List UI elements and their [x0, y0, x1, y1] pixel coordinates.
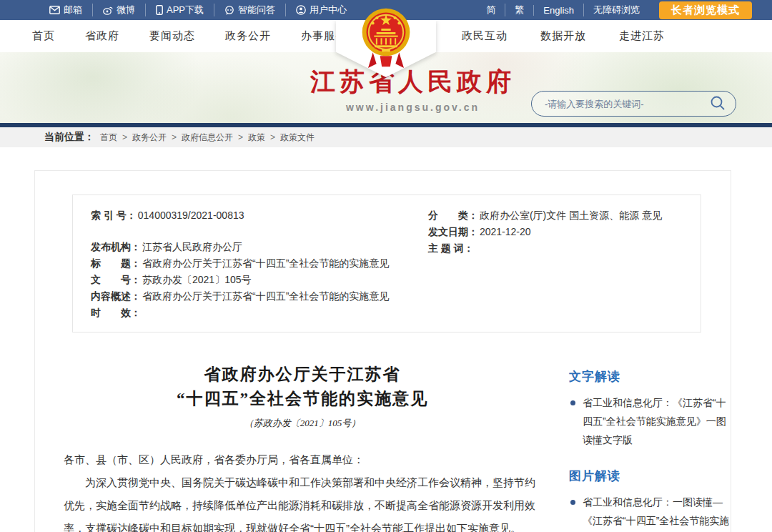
document-title-line2: “十四五”全社会节能的实施意见: [64, 387, 541, 411]
meta-label: 标 题：: [91, 255, 141, 272]
weibo-icon: [103, 6, 113, 15]
meta-value: 省政府办公厅关于江苏省“十四五”全社会节能的实施意见: [142, 255, 389, 272]
content-card: 索 引 号： 014000319/2021-00813 发布机构： 江苏省人民政…: [34, 170, 731, 532]
national-emblem-icon: [356, 4, 416, 75]
accessibility-link[interactable]: 无障碍浏览: [583, 4, 649, 16]
breadcrumb-gov-affairs[interactable]: 政务公开: [132, 132, 167, 144]
salutation-paragraph: 各市、县（市、区）人民政府，省各委办厅局，省各直属单位：: [64, 448, 541, 471]
nav-interaction[interactable]: 政民互动: [462, 29, 508, 43]
meta-label: 分 类：: [428, 207, 478, 224]
text-interpretation-section: 文字解读 省工业和信息化厅：《江苏省“十四五”全社会节能实施意见》一图读懂文字版: [569, 368, 733, 449]
nav-right-group: 政民互动 数据开放 走进江苏: [429, 29, 665, 43]
meta-value: 省政府办公厅关于江苏省“十四五”全社会节能的实施意见: [142, 288, 389, 305]
search-button[interactable]: [710, 95, 736, 113]
meta-left-column: 索 引 号： 014000319/2021-00813 发布机构： 江苏省人民政…: [91, 207, 428, 321]
breadcrumb-policy[interactable]: 政策: [248, 132, 265, 144]
nav-about-jiangsu[interactable]: 走进江苏: [619, 29, 665, 43]
intro-paragraph: 为深入贯彻党中央、国务院关于碳达峰碳中和工作决策部署和中央经济工作会议精神，坚持…: [64, 471, 541, 532]
meta-value: 2021-12-20: [480, 224, 531, 240]
bullet-icon: [570, 400, 575, 405]
meta-row-title: 标 题： 省政府办公厅关于江苏省“十四五”全社会节能的实施意见: [91, 255, 428, 272]
document-number: （苏政办发〔2021〕105号）: [64, 417, 541, 430]
search-icon: [710, 95, 726, 113]
text-interpretation-title: 文字解读: [569, 368, 733, 385]
meta-value: 苏政办发〔2021〕105号: [142, 272, 252, 288]
text-interpretation-label: 省工业和信息化厅：《江苏省“十四五”全社会节能实施意见》一图读懂文字版: [583, 393, 733, 449]
search-input[interactable]: [532, 99, 710, 109]
mail-link[interactable]: 邮箱: [39, 4, 92, 16]
image-interpretation-title: 图片解读: [569, 468, 733, 484]
meta-value: 江苏省人民政府办公厅: [142, 239, 242, 255]
meta-row-category: 分 类： 政府办公室(厅)文件 国土资源、能源 意见: [428, 207, 683, 224]
meta-value: 政府办公室(厅)文件 国土资源、能源 意见: [480, 207, 662, 224]
breadcrumb-separator: >: [172, 132, 177, 142]
breadcrumb-label: 当前位置：: [44, 131, 94, 144]
meta-row-validity: 时 效：: [91, 305, 428, 321]
interpretation-sidebar: 文字解读 省工业和信息化厅：《江苏省“十四五”全社会节能实施意见》一图读懂文字版…: [569, 368, 733, 532]
smart-qa-label: 智能问答: [238, 4, 275, 16]
topbar-quick-links: 邮箱 微博 APP下载 智能问答 用户中心: [39, 4, 357, 16]
meta-label: 文 号：: [91, 272, 141, 288]
weibo-link[interactable]: 微博: [92, 4, 145, 16]
meta-row-issuer: 发布机构： 江苏省人民政府办公厅: [91, 239, 428, 255]
lang-english[interactable]: English: [533, 5, 583, 16]
meta-label: 发布机构：: [91, 239, 141, 255]
search-box: [531, 91, 736, 117]
document-text: 各市、县（市、区）人民政府，省各委办厅局，省各直属单位： 为深入贯彻党中央、国务…: [64, 448, 541, 532]
meta-row-keywords: 主 题 词：: [428, 240, 683, 257]
document-body-area: 省政府办公厅关于江苏省 “十四五”全社会节能的实施意见 （苏政办发〔2021〕1…: [64, 363, 541, 532]
lang-simplified[interactable]: 简: [477, 4, 505, 16]
user-center-link[interactable]: 用户中心: [285, 4, 357, 16]
breadcrumb-separator: >: [270, 132, 275, 142]
app-icon: [156, 5, 163, 15]
image-interpretation-section: 图片解读 省工业和信息化厅：一图读懂—《江苏省“十四五”全社会节能实施意见》: [569, 468, 733, 532]
meta-row-index-no: 索 引 号： 014000319/2021-00813: [91, 207, 428, 224]
topbar-settings: 简 繁 English 无障碍浏览 长者浏览模式: [477, 1, 752, 19]
breadcrumb-info-disclosure[interactable]: 政府信息公开: [182, 132, 233, 144]
breadcrumb: 当前位置： 首页 > 政务公开 > 政府信息公开 > 政策 > 政策文件: [0, 127, 772, 147]
image-interpretation-link[interactable]: 省工业和信息化厅：一图读懂—《江苏省“十四五”全社会节能实施意见》: [569, 493, 733, 532]
nav-open-data[interactable]: 数据开放: [540, 29, 586, 43]
meta-label: 时 效：: [91, 305, 141, 321]
breadcrumb-separator: >: [238, 132, 243, 142]
mail-label: 邮箱: [64, 4, 82, 16]
nav-news[interactable]: 要闻动态: [149, 29, 195, 43]
nav-left-group: 首页 省政府 要闻动态 政务公开 办事服务: [32, 29, 377, 43]
app-download-link[interactable]: APP下载: [145, 4, 214, 16]
nav-home[interactable]: 首页: [32, 29, 55, 43]
meta-label: 主 题 词：: [428, 240, 474, 257]
elder-mode-button[interactable]: 长者浏览模式: [659, 1, 752, 19]
user-center-label: 用户中心: [310, 4, 347, 16]
breadcrumb-home[interactable]: 首页: [100, 132, 117, 144]
document-meta-box: 索 引 号： 014000319/2021-00813 发布机构： 江苏省人民政…: [72, 194, 701, 332]
text-interpretation-link[interactable]: 省工业和信息化厅：《江苏省“十四五”全社会节能实施意见》一图读懂文字版: [569, 393, 733, 449]
user-icon: [296, 5, 306, 15]
meta-value: 014000319/2021-00813: [138, 207, 244, 224]
smart-qa-link[interactable]: 智能问答: [214, 4, 285, 16]
meta-label: 索 引 号：: [91, 207, 137, 224]
breadcrumb-policy-files: 政策文件: [280, 132, 315, 144]
weibo-label: 微博: [117, 4, 135, 16]
qa-icon: [224, 6, 234, 15]
document-title: 省政府办公厅关于江苏省 “十四五”全社会节能的实施意见: [64, 363, 541, 411]
lang-traditional[interactable]: 繁: [505, 4, 533, 16]
nav-provincial-gov[interactable]: 省政府: [85, 29, 119, 43]
meta-right-column: 分 类： 政府办公室(厅)文件 国土资源、能源 意见 发文日期： 2021-12…: [428, 207, 683, 321]
nav-gov-affairs[interactable]: 政务公开: [225, 29, 271, 43]
app-download-label: APP下载: [167, 4, 204, 16]
meta-row-doc-number: 文 号： 苏政办发〔2021〕105号: [91, 272, 428, 288]
document-title-line1: 省政府办公厅关于江苏省: [64, 363, 541, 387]
mail-icon: [49, 6, 60, 14]
meta-label: 内容概述：: [91, 288, 141, 305]
image-interpretation-label: 省工业和信息化厅：一图读懂—《江苏省“十四五”全社会节能实施意见》: [583, 493, 733, 532]
meta-label: 发文日期：: [428, 224, 478, 240]
meta-row-issue-date: 发文日期： 2021-12-20: [428, 224, 683, 240]
meta-row-summary: 内容概述： 省政府办公厅关于江苏省“十四五”全社会节能的实施意见: [91, 288, 428, 305]
breadcrumb-separator: >: [122, 132, 127, 142]
bullet-icon: [570, 500, 575, 505]
